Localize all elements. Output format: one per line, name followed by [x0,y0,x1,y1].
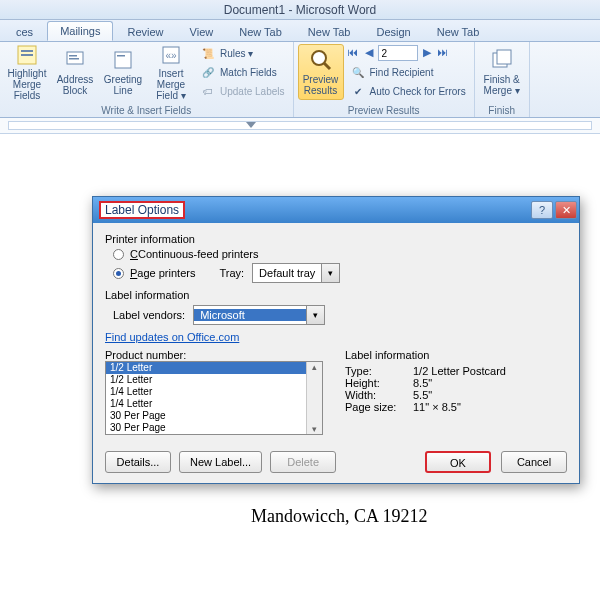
list-item[interactable]: 30 Per Page [106,410,322,422]
auto-check-button[interactable]: ✔Auto Check for Errors [346,82,470,100]
cancel-button[interactable]: Cancel [501,451,567,473]
continuous-feed-radio[interactable]: CContinuous-feed printers [113,248,567,260]
chevron-down-icon: ▾ [321,264,339,282]
greeting-line-button[interactable]: Greeting Line [100,44,146,100]
match-fields-button[interactable]: 🔗Match Fields [196,63,289,81]
prev-record-button[interactable]: ◀ [362,46,376,60]
svg-rect-7 [117,55,125,57]
document-text: Mandowicch, CA 19212 [251,506,427,527]
new-label-button[interactable]: New Label... [179,451,262,473]
last-record-button[interactable]: ⏭ [436,46,450,60]
details-button[interactable]: Details... [105,451,171,473]
svg-line-11 [324,63,330,69]
preview-results-label: Preview Results [303,74,339,96]
address-block-button[interactable]: Address Block [52,44,98,100]
scrollbar[interactable]: ▴▾ [306,362,322,434]
highlight-merge-fields-button[interactable]: Highlight Merge Fields [4,44,50,100]
svg-rect-2 [21,54,33,56]
height-key: Height: [345,377,407,389]
pagesize-value: 11" × 8.5" [413,401,461,413]
titlebar: Document1 - Microsoft Word [0,0,600,20]
address-block-icon [63,48,87,72]
group-write-insert: Highlight Merge Fields Address Block Gre… [0,42,294,117]
group-preview-results: Preview Results ⏮ ◀ ▶ ⏭ 🔍Find Recipient … [294,42,475,117]
radio-icon [113,249,124,260]
finish-merge-icon [490,48,514,72]
radio-icon [113,268,124,279]
list-item[interactable]: 1/4 Letter [106,398,322,410]
highlight-icon [15,44,39,66]
svg-rect-13 [497,50,511,64]
rules-button[interactable]: 📜Rules ▾ [196,44,289,62]
list-item[interactable]: 30 Per Page [106,422,322,434]
tray-label: Tray: [219,267,244,279]
indent-marker-icon[interactable] [246,122,256,128]
tab-mailings[interactable]: Mailings [47,21,113,41]
dialog-help-button[interactable]: ? [531,201,553,219]
type-key: Type: [345,365,407,377]
ruler[interactable] [0,118,600,134]
label-info-panel: Label information Type:1/2 Letter Postca… [345,349,506,435]
greeting-line-icon [111,48,135,72]
list-item[interactable]: 1/2 Letter [106,362,322,374]
svg-rect-4 [69,55,77,57]
tab-view[interactable]: View [178,23,226,41]
product-number-listbox[interactable]: 1/2 Letter 1/2 Letter 1/4 Letter 1/4 Let… [105,361,323,435]
type-value: 1/2 Letter Postcard [413,365,506,377]
tab-partial[interactable]: ces [4,23,45,41]
page-printers-radio[interactable]: Page printers Tray: Default tray▾ [113,263,567,283]
greeting-line-label: Greeting Line [104,74,142,96]
group-finish-label: Finish [475,105,529,117]
tab-review[interactable]: Review [115,23,175,41]
svg-rect-5 [69,58,79,60]
tray-value: Default tray [253,267,321,279]
dialog-titlebar[interactable]: Label Options ? ✕ [93,197,579,223]
pagesize-key: Page size: [345,401,407,413]
insert-merge-icon: «» [159,44,183,66]
preview-results-button[interactable]: Preview Results [298,44,344,100]
dialog-close-button[interactable]: ✕ [555,201,577,219]
magnifier-icon [309,48,333,72]
first-record-button[interactable]: ⏮ [346,46,360,60]
update-labels-icon: 🏷 [200,83,216,99]
label-options-dialog: Label Options ? ✕ Printer information CC… [92,196,580,484]
ribbon-tabstrip: ces Mailings Review View New Tab New Tab… [0,20,600,42]
label-vendors-value: Microsoft [194,309,306,321]
find-updates-link[interactable]: Find updates on Office.com [105,331,239,343]
highlight-merge-fields-label: Highlight Merge Fields [6,68,48,101]
group-write-insert-label: Write & Insert Fields [0,105,293,117]
find-recipient-label: Find Recipient [370,67,434,78]
match-fields-label: Match Fields [220,67,277,78]
next-record-button[interactable]: ▶ [420,46,434,60]
chevron-down-icon: ▾ [306,306,324,324]
list-item[interactable]: 1/4 Letter [106,386,322,398]
ok-button[interactable]: OK [425,451,491,473]
tab-design[interactable]: Design [364,23,422,41]
tab-newtab-2[interactable]: New Tab [296,23,363,41]
label-info-panel-heading: Label information [345,349,506,361]
insert-merge-field-button[interactable]: «» Insert Merge Field ▾ [148,44,194,100]
printer-info-heading: Printer information [105,233,567,245]
scroll-up-icon[interactable]: ▴ [312,362,317,372]
product-number-label: Product number: [105,349,323,361]
tab-newtab-3[interactable]: New Tab [425,23,492,41]
rules-label: Rules ▾ [220,48,253,59]
update-labels-button: 🏷Update Labels [196,82,289,100]
update-labels-label: Update Labels [220,86,285,97]
delete-button: Delete [270,451,336,473]
svg-point-10 [312,51,326,65]
label-vendors-combo[interactable]: Microsoft▾ [193,305,325,325]
scroll-down-icon[interactable]: ▾ [312,424,317,434]
finish-merge-button[interactable]: Finish & Merge ▾ [479,44,525,100]
search-icon: 🔍 [350,64,366,80]
width-key: Width: [345,389,407,401]
check-icon: ✔ [350,83,366,99]
match-fields-icon: 🔗 [200,64,216,80]
svg-rect-1 [21,50,33,52]
list-item[interactable]: 1/2 Letter [106,374,322,386]
tray-combo[interactable]: Default tray▾ [252,263,340,283]
address-block-label: Address Block [57,74,94,96]
record-number-input[interactable] [378,45,418,61]
find-recipient-button[interactable]: 🔍Find Recipient [346,63,470,81]
tab-newtab-1[interactable]: New Tab [227,23,294,41]
